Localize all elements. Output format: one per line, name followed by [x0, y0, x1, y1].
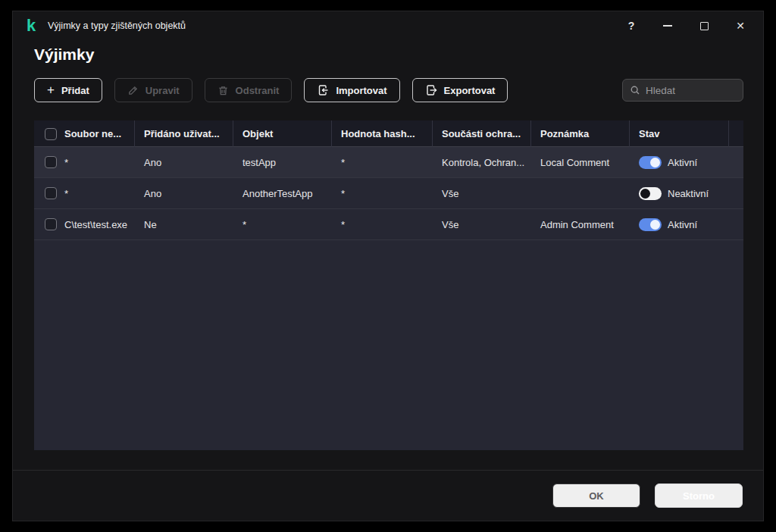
import-button-label: Importovat	[336, 85, 386, 96]
close-button[interactable]: ✕	[728, 14, 753, 37]
delete-button[interactable]: Odstranit	[205, 78, 293, 102]
title-bar: k Výjimky a typy zjištěných objektů ? ✕	[13, 11, 763, 40]
state-label: Aktivní	[668, 157, 697, 168]
cell-file: C\test\test.exe	[64, 219, 127, 230]
add-button[interactable]: + Přidat	[34, 78, 102, 102]
column-header-added-by-user[interactable]: Přidáno uživat...	[135, 120, 233, 147]
trash-icon	[217, 85, 229, 96]
edit-button-label: Upravit	[146, 85, 180, 96]
cell-comment: Local Comment	[531, 157, 630, 168]
window-controls: ? ✕	[608, 14, 753, 37]
pencil-icon	[127, 85, 139, 96]
cell-object: testApp	[233, 157, 332, 168]
state-toggle[interactable]	[639, 218, 662, 231]
toolbar: + Přidat Upravit Odstranit Importovat Ex…	[34, 78, 743, 102]
select-all-checkbox[interactable]	[45, 128, 57, 140]
export-button-label: Exportovat	[444, 85, 496, 96]
table-row[interactable]: * Ano AnotherTestApp * Vše Neaktivní	[34, 178, 743, 209]
kaspersky-logo-icon: k	[23, 17, 39, 34]
exclusions-table: Soubor ne... Přidáno uživat... Objekt Ho…	[34, 120, 743, 450]
cell-components: Vše	[433, 188, 531, 199]
page-title: Výjimky	[34, 45, 94, 64]
cell-components: Kontrola, Ochran...	[433, 157, 531, 168]
row-checkbox[interactable]	[45, 187, 57, 199]
ok-button[interactable]: OK	[552, 483, 640, 508]
cell-file: *	[64, 157, 68, 168]
row-checkbox[interactable]	[45, 218, 57, 230]
cell-hash: *	[332, 157, 433, 168]
maximize-icon	[700, 22, 709, 30]
help-button[interactable]: ?	[618, 14, 644, 37]
window-title: Výjimky a typy zjištěných objektů	[48, 20, 186, 31]
cell-hash: *	[332, 219, 433, 230]
add-button-label: Přidat	[61, 85, 89, 96]
cancel-button[interactable]: Storno	[655, 483, 743, 508]
column-header-file[interactable]: Soubor ne...	[34, 120, 135, 147]
import-button[interactable]: Importovat	[304, 78, 399, 102]
plus-icon: +	[47, 84, 55, 96]
minimize-icon	[663, 25, 672, 27]
column-header-state[interactable]: Stav	[630, 120, 729, 147]
column-header-components[interactable]: Součásti ochra...	[433, 120, 531, 147]
state-toggle[interactable]	[639, 187, 662, 200]
cell-object: AnotherTestApp	[233, 188, 332, 199]
delete-button-label: Odstranit	[236, 85, 280, 96]
table-header: Soubor ne... Přidáno uživat... Objekt Ho…	[34, 120, 743, 147]
minimize-button[interactable]	[655, 14, 681, 37]
toggle-knob	[650, 158, 660, 167]
state-toggle[interactable]	[639, 156, 662, 169]
column-header-hash[interactable]: Hodnota hash...	[332, 120, 433, 147]
app-window: k Výjimky a typy zjištěných objektů ? ✕ …	[12, 11, 764, 521]
cell-object: *	[233, 219, 332, 230]
maximize-button[interactable]	[691, 14, 717, 37]
export-icon	[425, 84, 437, 96]
cell-added-by-user: Ano	[135, 157, 233, 168]
edit-button[interactable]: Upravit	[114, 78, 192, 102]
table-row[interactable]: C\test\test.exe Ne * * Vše Admin Comment…	[34, 209, 743, 240]
dialog-footer: OK Storno	[13, 470, 763, 521]
cell-added-by-user: Ne	[135, 219, 233, 230]
cell-components: Vše	[433, 219, 531, 230]
export-button[interactable]: Exportovat	[412, 78, 508, 102]
state-label: Neaktivní	[668, 188, 709, 199]
state-label: Aktivní	[668, 219, 697, 230]
cell-file: *	[64, 188, 68, 199]
import-icon	[317, 84, 329, 96]
cell-comment: Admin Comment	[531, 219, 630, 230]
cell-added-by-user: Ano	[135, 188, 233, 199]
search-box[interactable]	[622, 79, 743, 102]
column-header-spacer	[729, 120, 743, 147]
search-input[interactable]	[646, 85, 736, 96]
column-header-object[interactable]: Objekt	[233, 120, 332, 147]
search-icon	[630, 85, 640, 95]
toggle-knob	[640, 189, 650, 199]
table-row[interactable]: * Ano testApp * Kontrola, Ochran... Loca…	[34, 147, 743, 178]
toggle-knob	[650, 220, 660, 230]
cell-hash: *	[332, 188, 433, 199]
row-checkbox[interactable]	[45, 156, 57, 168]
column-label: Soubor ne...	[64, 128, 121, 139]
column-header-comment[interactable]: Poznámka	[531, 120, 630, 147]
